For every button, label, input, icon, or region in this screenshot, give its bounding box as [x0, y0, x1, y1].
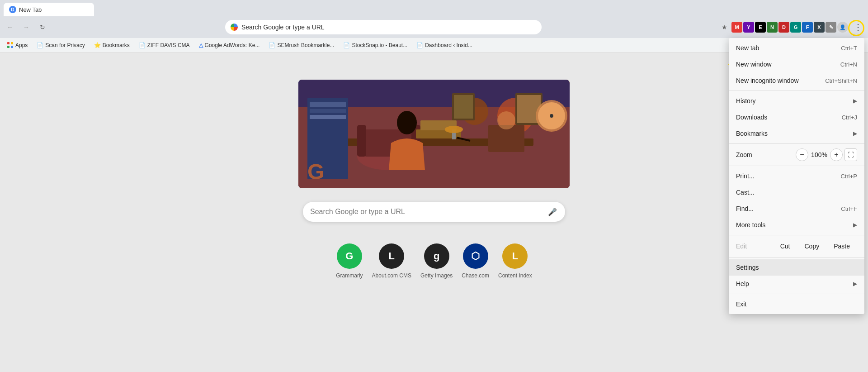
zoom-label: Zoom — [736, 151, 792, 158]
cast-label: Cast... — [736, 189, 857, 196]
profile-icon[interactable]: 👤 — [837, 22, 848, 33]
tab-bar: G New Tab — [0, 0, 868, 16]
forward-button[interactable]: → — [20, 21, 33, 33]
search-input[interactable] — [310, 208, 543, 216]
quick-link-getty[interactable]: g Getty Images — [420, 243, 453, 279]
find-shortcut: Ctrl+F — [841, 205, 857, 212]
help-arrow: ▶ — [853, 281, 857, 287]
find-item[interactable]: Find... Ctrl+F — [729, 200, 864, 217]
aboutcom-icon: L — [379, 243, 404, 269]
ziff-davis-label: ZIFF DAVIS CMA — [147, 42, 190, 48]
downloads-label: Downloads — [736, 114, 842, 121]
exit-label: Exit — [736, 300, 857, 308]
ext-icon-8[interactable]: X — [814, 22, 825, 33]
doodle-svg: G — [298, 80, 570, 188]
active-tab[interactable]: G New Tab — [4, 3, 94, 16]
stocksnap-bookmark[interactable]: 📄 StockSnap.io - Beaut... — [340, 41, 411, 49]
dashboard-favicon: 📄 — [416, 42, 423, 48]
quick-link-aboutcom[interactable]: L About.com CMS — [372, 243, 411, 279]
ext-icon-7[interactable]: F — [802, 22, 813, 33]
zoom-out-button[interactable]: − — [796, 148, 808, 161]
new-incognito-label: New incognito window — [736, 77, 825, 84]
tab-label: New Tab — [19, 6, 42, 13]
new-incognito-item[interactable]: New incognito window Ctrl+Shift+N — [729, 72, 864, 89]
apps-bookmark[interactable]: Apps — [4, 41, 31, 49]
aboutcom-label: About.com CMS — [372, 272, 411, 279]
ext-icon-5[interactable]: D — [778, 22, 789, 33]
quick-link-content-index[interactable]: L Content Index — [498, 243, 532, 279]
dashboard-bookmark[interactable]: 📄 Dashboard ‹ Insid... — [413, 41, 476, 49]
print-item[interactable]: Print... Ctrl+P — [729, 168, 864, 184]
bookmarks-label: Bookmarks — [103, 42, 130, 48]
divider-3 — [729, 166, 864, 166]
find-label: Find... — [736, 205, 841, 212]
svg-rect-9 — [310, 109, 346, 113]
ext-icon-1[interactable]: M — [731, 22, 742, 33]
search-box[interactable]: 🎤 — [303, 202, 565, 222]
bookmarks-menu-item[interactable]: Bookmarks ▶ — [729, 125, 864, 142]
svg-point-15 — [397, 111, 417, 134]
three-dots-button[interactable]: ⋮ — [852, 21, 864, 33]
bookmarks-favicon: ⭐ — [94, 42, 101, 48]
getty-icon: g — [424, 243, 449, 269]
paste-button[interactable]: Paste — [826, 240, 857, 253]
history-label: History — [736, 97, 851, 105]
google-adwords-favicon: △ — [199, 42, 203, 48]
tab-favicon: G — [9, 6, 16, 13]
address-bar[interactable]: Search Google or type a URL — [225, 20, 542, 34]
zoom-expand-button[interactable]: ⛶ — [844, 148, 857, 161]
scan-privacy-label: Scan for Privacy — [45, 42, 85, 48]
settings-label: Settings — [736, 264, 857, 271]
content-index-label: Content Index — [498, 272, 532, 279]
chase-icon: ⬡ — [463, 243, 488, 269]
more-tools-item[interactable]: More tools ▶ — [729, 217, 864, 233]
more-tools-arrow: ▶ — [853, 222, 857, 228]
divider-1 — [729, 91, 864, 91]
zoom-in-button[interactable]: + — [830, 148, 843, 161]
refresh-button[interactable]: ↻ — [36, 21, 49, 33]
address-text: Search Google or type a URL — [241, 24, 536, 31]
ziff-davis-bookmark[interactable]: 📄 ZIFF DAVIS CMA — [135, 41, 193, 49]
scan-privacy-bookmark[interactable]: 📄 Scan for Privacy — [33, 41, 88, 49]
exit-item[interactable]: Exit — [729, 296, 864, 312]
ext-icon-3[interactable]: E — [755, 22, 766, 33]
copy-button[interactable]: Copy — [797, 240, 827, 253]
quick-link-grammarly[interactable]: G Grammarly — [336, 243, 363, 279]
ext-icon-6[interactable]: G — [790, 22, 801, 33]
quick-link-chase[interactable]: ⬡ Chase.com — [462, 243, 489, 279]
history-arrow: ▶ — [853, 98, 857, 104]
svg-rect-21 — [454, 95, 473, 119]
divider-5 — [729, 257, 864, 258]
back-button[interactable]: ← — [4, 21, 16, 33]
divider-6 — [729, 294, 864, 294]
new-tab-label: New tab — [736, 44, 841, 52]
help-item[interactable]: Help ▶ — [729, 276, 864, 292]
settings-item[interactable]: Settings — [729, 259, 864, 276]
cast-item[interactable]: Cast... — [729, 184, 864, 200]
ext-icon-9[interactable]: ✎ — [826, 22, 836, 33]
ext-icon-2[interactable]: Y — [743, 22, 754, 33]
new-tab-item[interactable]: New tab Ctrl+T — [729, 40, 864, 56]
google-icon — [231, 24, 238, 31]
microphone-icon[interactable]: 🎤 — [547, 206, 558, 217]
stocksnap-favicon: 📄 — [343, 42, 350, 48]
print-label: Print... — [736, 172, 841, 180]
new-window-item[interactable]: New window Ctrl+N — [729, 56, 864, 72]
zoom-row: Zoom − 100% + ⛶ — [729, 146, 864, 164]
google-adwords-bookmark[interactable]: △ Google AdWords: Ke... — [195, 41, 264, 49]
downloads-item[interactable]: Downloads Ctrl+J — [729, 109, 864, 125]
new-tab-shortcut: Ctrl+T — [841, 45, 857, 52]
more-tools-label: More tools — [736, 221, 851, 229]
google-doodle[interactable]: G — [298, 80, 570, 188]
bookmarks-bookmark[interactable]: ⭐ Bookmarks — [90, 41, 133, 49]
ext-icon-4[interactable]: N — [767, 22, 778, 33]
downloads-shortcut: Ctrl+J — [842, 114, 857, 121]
svg-point-28 — [445, 126, 463, 133]
divider-2 — [729, 143, 864, 144]
edit-row: Edit Cut Copy Paste — [729, 237, 864, 255]
scan-privacy-favicon: 📄 — [37, 42, 43, 48]
semrush-bookmark[interactable]: 📄 SEMrush Bookmarkle... — [265, 41, 338, 49]
bookmark-star-icon[interactable]: ★ — [718, 21, 731, 33]
cut-button[interactable]: Cut — [773, 240, 797, 253]
history-item[interactable]: History ▶ — [729, 93, 864, 109]
